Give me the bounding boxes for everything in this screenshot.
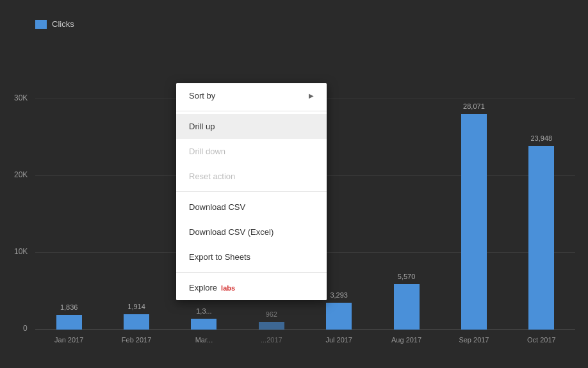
menu-item-sort-by[interactable]: Sort by ▶ <box>176 83 327 108</box>
menu-item-reset-action-label: Reset action <box>189 172 235 181</box>
chart-legend: Clicks <box>35 19 74 29</box>
menu-item-explore-label: Explore <box>189 283 217 292</box>
menu-item-download-csv-label: Download CSV <box>189 202 245 212</box>
menu-divider-1 <box>176 111 327 111</box>
bar-sep2017: 28,071 <box>461 114 487 330</box>
menu-item-drill-down: Drill down <box>176 139 327 164</box>
bar-group-feb2017: 1,914 Feb 2017 <box>102 99 170 330</box>
y-label-30k: 30K <box>14 93 28 102</box>
menu-item-download-csv-excel[interactable]: Download CSV (Excel) <box>176 220 327 244</box>
sort-by-arrow-icon: ▶ <box>309 92 314 99</box>
bar-label-jul2017: Jul 2017 <box>325 336 352 344</box>
bar-value-oct2017: 23,948 <box>530 134 552 142</box>
y-label-0: 0 <box>23 324 28 333</box>
bar-label-oct2017: Oct 2017 <box>527 336 556 344</box>
bar-label-partial: ...2017 <box>261 336 282 344</box>
bar-label-sep2017: Sep 2017 <box>459 336 489 344</box>
menu-item-download-csv[interactable]: Download CSV <box>176 195 327 220</box>
explore-with-badge: Explore labs <box>189 283 235 292</box>
bar-value-sep2017: 28,071 <box>463 102 485 110</box>
bar-group-sep2017: 28,071 Sep 2017 <box>440 99 507 330</box>
menu-item-reset-action: Reset action <box>176 164 327 189</box>
bar-value-mar2017: 1,3... <box>196 307 211 315</box>
legend-label: Clicks <box>52 19 74 29</box>
bar-feb2017: 1,914 <box>124 314 149 330</box>
menu-item-drill-up[interactable]: Drill up <box>176 114 327 139</box>
y-label-20k: 20K <box>14 170 28 179</box>
menu-item-drill-down-label: Drill down <box>189 147 225 156</box>
bar-group-aug2017: 5,570 Aug 2017 <box>373 99 440 330</box>
legend-color-swatch <box>35 20 47 29</box>
bar-value-feb2017: 1,914 <box>127 303 145 310</box>
context-menu: Sort by ▶ Drill up Drill down Reset acti… <box>176 83 327 300</box>
bar-value-jan2017: 1,836 <box>60 303 78 311</box>
bar-group-oct2017: 23,948 Oct 2017 <box>508 99 575 330</box>
bar-oct2017: 23,948 <box>528 146 554 330</box>
menu-divider-2 <box>176 191 327 192</box>
labs-badge: labs <box>221 284 235 292</box>
bar-value-jul2017: 3,293 <box>330 291 348 299</box>
bar-label-aug2017: Aug 2017 <box>391 336 421 344</box>
menu-item-explore[interactable]: Explore labs <box>176 275 327 300</box>
bar-jul2017: 3,293 <box>326 303 352 330</box>
bar-value-partial: 962 <box>266 310 277 318</box>
bar-aug2017: 5,570 <box>394 284 420 330</box>
bar-jan2017: 1,836 <box>56 315 82 330</box>
menu-item-download-csv-excel-label: Download CSV (Excel) <box>189 227 274 237</box>
menu-item-sort-by-label: Sort by <box>189 91 215 100</box>
bar-group-jan2017: 1,836 Jan 2017 <box>35 99 102 330</box>
chart-area: Clicks 30K 20K 10K 0 1,836 Jan 2017 1,91… <box>0 0 588 368</box>
menu-item-drill-up-label: Drill up <box>189 122 215 131</box>
y-label-10k: 10K <box>14 247 28 256</box>
bar-mar2017: 1,3... <box>191 319 216 330</box>
bar-label-feb2017: Feb 2017 <box>122 336 151 344</box>
bar-label-jan2017: Jan 2017 <box>54 336 83 344</box>
bar-label-mar2017: Mar... <box>195 336 213 344</box>
menu-item-export-sheets-label: Export to Sheets <box>189 252 250 262</box>
menu-divider-3 <box>176 272 327 273</box>
menu-item-export-sheets[interactable]: Export to Sheets <box>176 244 327 269</box>
bar-partial: 962 <box>259 322 284 330</box>
bar-value-aug2017: 5,570 <box>398 273 416 280</box>
